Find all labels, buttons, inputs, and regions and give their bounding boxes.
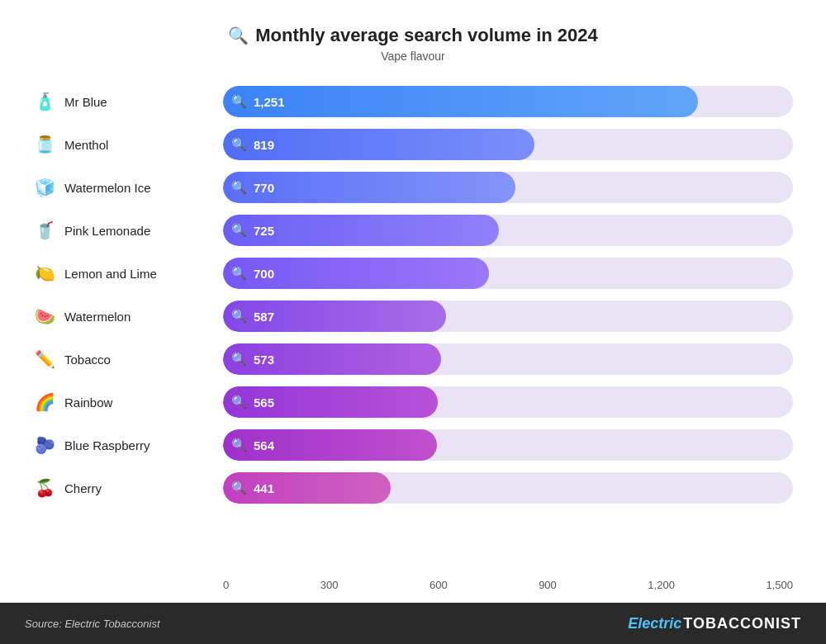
icon-watermelon: 🍉 [33, 305, 56, 328]
label-section-blue-raspberry: 🫐 Blue Raspberry [33, 433, 223, 457]
bar-fill-lemon-lime: 🔍 700 [223, 258, 489, 289]
bar-container-watermelon-ice: 🔍 770 [223, 172, 793, 203]
bar-row-tobacco: ✏️ Tobacco 🔍 573 [33, 340, 793, 378]
label-section-watermelon: 🍉 Watermelon [33, 305, 223, 328]
bar-container-tobacco: 🔍 573 [223, 343, 793, 375]
bar-fill-mr-blue: 🔍 1,251 [223, 86, 698, 117]
icon-pink-lemonade: 🥤 [33, 219, 56, 242]
bar-row-mr-blue: 🧴 Mr Blue 🔍 1,251 [33, 83, 793, 121]
bar-container-watermelon: 🔍 587 [223, 301, 793, 332]
chart-title-text: Monthly average search volume in 2024 [255, 25, 598, 46]
bar-row-menthol: 🫙 Menthol 🔍 819 [33, 125, 793, 163]
x-label-600: 600 [430, 579, 448, 591]
label-section-watermelon-ice: 🧊 Watermelon Ice [33, 176, 223, 199]
main-content: 🔍 Monthly average search volume in 2024 … [0, 0, 826, 603]
label-mr-blue: Mr Blue [64, 95, 107, 109]
bar-search-icon-tobacco: 🔍 [231, 352, 247, 367]
bar-row-blue-raspberry: 🫐 Blue Raspberry 🔍 564 [33, 426, 793, 464]
bar-search-icon-pink-lemonade: 🔍 [231, 223, 247, 238]
chart-subtitle: Vape flavour [33, 50, 793, 63]
bar-value-watermelon: 587 [254, 310, 274, 324]
icon-cherry: 🍒 [33, 476, 56, 500]
icon-tobacco: ✏️ [33, 348, 56, 371]
label-blue-raspberry: Blue Raspberry [64, 438, 150, 452]
icon-blue-raspberry: 🫐 [33, 433, 56, 457]
chart-main-title: 🔍 Monthly average search volume in 2024 [33, 25, 793, 46]
bar-search-icon-menthol: 🔍 [231, 137, 247, 152]
x-label-1200: 1,200 [648, 579, 675, 591]
footer-source: Source: Electric Tobacconist [25, 618, 160, 630]
bar-container-menthol: 🔍 819 [223, 129, 793, 160]
footer-logo: Electric TOBACCONIST [628, 615, 801, 632]
logo-tobacconist: TOBACCONIST [683, 615, 801, 632]
icon-watermelon-ice: 🧊 [33, 176, 56, 199]
label-pink-lemonade: Pink Lemonade [64, 224, 150, 238]
x-label-1500: 1,500 [766, 579, 793, 591]
bar-value-watermelon-ice: 770 [254, 181, 274, 195]
bar-value-pink-lemonade: 725 [254, 224, 274, 238]
bar-search-icon-cherry: 🔍 [231, 481, 247, 495]
bar-search-icon-mr-blue: 🔍 [231, 94, 247, 109]
bar-container-cherry: 🔍 441 [223, 472, 793, 504]
chart-area: 🧴 Mr Blue 🔍 1,251 🫙 Menthol 🔍 819 🧊 Wate… [33, 83, 793, 574]
label-section-rainbow: 🌈 Rainbow [33, 391, 223, 414]
bar-row-watermelon: 🍉 Watermelon 🔍 587 [33, 297, 793, 335]
icon-menthol: 🫙 [33, 133, 56, 156]
bar-search-icon-rainbow: 🔍 [231, 395, 247, 410]
bar-container-lemon-lime: 🔍 700 [223, 258, 793, 289]
bar-container-blue-raspberry: 🔍 564 [223, 429, 793, 461]
x-axis: 03006009001,2001,500 [223, 574, 793, 594]
bar-search-icon-blue-raspberry: 🔍 [231, 438, 247, 452]
bar-value-cherry: 441 [254, 481, 274, 495]
label-section-mr-blue: 🧴 Mr Blue [33, 90, 223, 113]
bar-fill-cherry: 🔍 441 [223, 472, 391, 504]
bar-row-pink-lemonade: 🥤 Pink Lemonade 🔍 725 [33, 211, 793, 249]
chart-title: 🔍 Monthly average search volume in 2024 [33, 25, 793, 46]
bar-search-icon-watermelon-ice: 🔍 [231, 180, 247, 195]
bar-value-tobacco: 573 [254, 353, 274, 367]
label-rainbow: Rainbow [64, 395, 112, 410]
label-lemon-lime: Lemon and Lime [64, 267, 157, 281]
bar-search-icon-lemon-lime: 🔍 [231, 266, 247, 281]
x-label-0: 0 [223, 579, 229, 591]
x-label-300: 300 [320, 579, 339, 591]
bar-container-pink-lemonade: 🔍 725 [223, 215, 793, 246]
bar-container-mr-blue: 🔍 1,251 [223, 86, 793, 117]
bar-value-mr-blue: 1,251 [254, 95, 285, 109]
bar-row-rainbow: 🌈 Rainbow 🔍 565 [33, 383, 793, 421]
icon-mr-blue: 🧴 [33, 90, 56, 113]
bar-row-cherry: 🍒 Cherry 🔍 441 [33, 469, 793, 507]
footer: Source: Electric Tobacconist Electric TO… [0, 603, 826, 644]
label-section-menthol: 🫙 Menthol [33, 133, 223, 156]
label-watermelon-ice: Watermelon Ice [64, 181, 150, 195]
label-section-lemon-lime: 🍋 Lemon and Lime [33, 262, 223, 285]
bar-row-lemon-lime: 🍋 Lemon and Lime 🔍 700 [33, 254, 793, 292]
bar-fill-watermelon-ice: 🔍 770 [223, 172, 515, 203]
bar-fill-rainbow: 🔍 565 [223, 386, 438, 418]
label-section-pink-lemonade: 🥤 Pink Lemonade [33, 219, 223, 242]
bar-value-menthol: 819 [254, 138, 274, 152]
bar-fill-pink-lemonade: 🔍 725 [223, 215, 499, 246]
bar-value-blue-raspberry: 564 [254, 438, 274, 452]
bar-container-rainbow: 🔍 565 [223, 386, 793, 418]
bar-search-icon-watermelon: 🔍 [231, 309, 247, 324]
bar-fill-blue-raspberry: 🔍 564 [223, 429, 437, 461]
bar-value-lemon-lime: 700 [254, 267, 274, 281]
bar-fill-watermelon: 🔍 587 [223, 301, 446, 332]
label-watermelon: Watermelon [64, 310, 131, 324]
label-tobacco: Tobacco [64, 353, 111, 367]
label-section-cherry: 🍒 Cherry [33, 476, 223, 500]
bar-value-rainbow: 565 [254, 395, 274, 410]
x-label-900: 900 [539, 579, 557, 591]
label-cherry: Cherry [64, 481, 102, 495]
search-icon-title: 🔍 [228, 26, 249, 45]
label-menthol: Menthol [64, 138, 108, 152]
icon-lemon-lime: 🍋 [33, 262, 56, 285]
bar-row-watermelon-ice: 🧊 Watermelon Ice 🔍 770 [33, 168, 793, 206]
bar-fill-menthol: 🔍 819 [223, 129, 534, 160]
icon-rainbow: 🌈 [33, 391, 56, 414]
label-section-tobacco: ✏️ Tobacco [33, 348, 223, 371]
logo-electric: Electric [628, 615, 681, 632]
bar-fill-tobacco: 🔍 573 [223, 343, 441, 375]
